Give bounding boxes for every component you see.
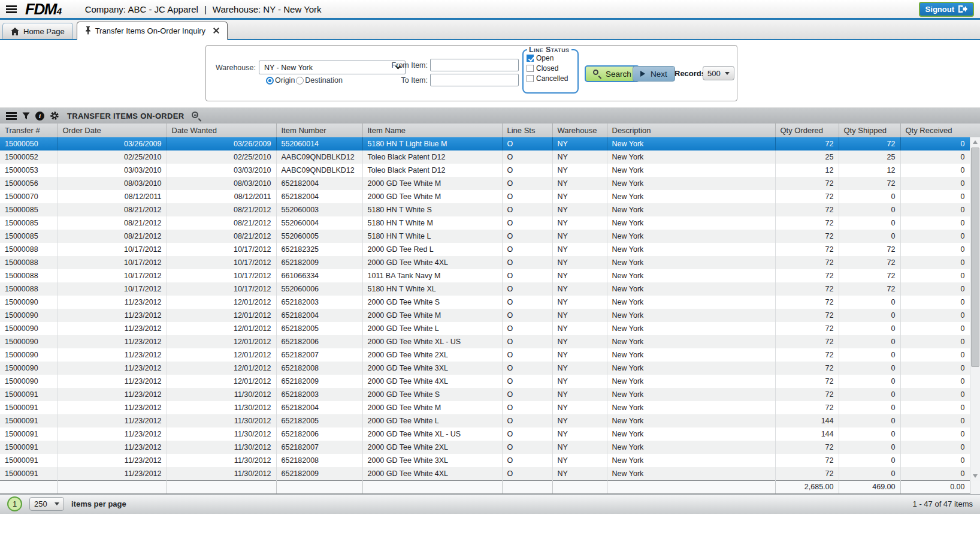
- col-header[interactable]: Description: [607, 124, 775, 137]
- table-row[interactable]: 1500009111/23/201211/30/2012652182009200…: [0, 467, 970, 480]
- close-tab-icon[interactable]: [213, 28, 219, 34]
- cell: New York: [607, 335, 775, 348]
- cell: 0: [900, 375, 970, 388]
- warehouse-select-value: NY - New York: [264, 64, 313, 72]
- col-header[interactable]: Date Wanted: [167, 124, 276, 137]
- table-row[interactable]: 1500005003/26/200903/26/2009552060014518…: [0, 137, 970, 150]
- total-empty-cell: [552, 480, 607, 493]
- table-row[interactable]: 1500008810/17/201210/17/2012552060006518…: [0, 282, 970, 296]
- cell: 2000 GD Tee White 3XL: [362, 454, 502, 467]
- records-select[interactable]: 500: [703, 66, 734, 80]
- destination-radio[interactable]: Destination: [296, 76, 343, 85]
- items-per-page-select[interactable]: 250: [29, 497, 64, 511]
- from-item-input[interactable]: [430, 59, 519, 71]
- col-header[interactable]: Qty Shipped: [839, 124, 900, 137]
- table-row[interactable]: 1500009011/23/201212/01/2012652182007200…: [0, 348, 970, 362]
- cell: 72: [775, 216, 839, 230]
- tab-home-page[interactable]: Home Page: [2, 23, 73, 39]
- cell: O: [502, 243, 552, 256]
- table-row[interactable]: 1500008508/21/201208/21/2012552060004518…: [0, 216, 970, 230]
- table-row[interactable]: 1500009011/23/201212/01/2012652182003200…: [0, 296, 970, 309]
- to-item-input[interactable]: [430, 74, 519, 86]
- table-row[interactable]: 1500009011/23/201212/01/2012652182005200…: [0, 322, 970, 335]
- checkbox-open[interactable]: Open: [527, 54, 577, 62]
- scrollbar-thumb[interactable]: [971, 147, 979, 367]
- col-header[interactable]: Line Sts: [502, 124, 552, 137]
- cell: Toleo Black Patent D12: [362, 150, 502, 164]
- vertical-scrollbar[interactable]: [970, 137, 980, 481]
- table-row[interactable]: 1500009011/23/201212/01/2012652182008200…: [0, 362, 970, 375]
- search-button[interactable]: Search: [585, 65, 640, 82]
- table-row[interactable]: 1500009111/23/201211/30/2012652182006200…: [0, 427, 970, 441]
- table-row[interactable]: 1500005608/03/201008/03/2010652182004200…: [0, 177, 970, 190]
- cell: 0: [839, 467, 900, 480]
- cell: 0: [839, 375, 900, 388]
- checkbox-cancelled[interactable]: Cancelled: [527, 74, 577, 83]
- grid-wrap: Transfer #Order DateDate WantedItem Numb…: [0, 124, 980, 494]
- cell: 5180 HN T White L: [362, 230, 502, 243]
- table-row[interactable]: 1500008810/17/201210/17/2012661066334101…: [0, 269, 970, 282]
- table-row[interactable]: 1500009011/23/201212/01/2012652182004200…: [0, 309, 970, 322]
- table-row[interactable]: 1500005202/25/201002/25/2010AABC09QNDBLK…: [0, 150, 970, 164]
- scroll-up-icon[interactable]: [973, 140, 978, 144]
- cell: O: [502, 441, 552, 454]
- table-row[interactable]: 1500009111/23/201211/30/2012652182003200…: [0, 388, 970, 401]
- cell: 72: [775, 256, 839, 269]
- cell: 10/17/2012: [167, 269, 276, 282]
- cell: O: [502, 309, 552, 322]
- table-row[interactable]: 1500008508/21/201208/21/2012552060005518…: [0, 230, 970, 243]
- table-row[interactable]: 1500008810/17/201210/17/2012652182009200…: [0, 256, 970, 269]
- table-row[interactable]: 1500009011/23/201212/01/2012652182009200…: [0, 375, 970, 388]
- table-row[interactable]: 1500009111/23/201211/30/2012652182007200…: [0, 441, 970, 454]
- col-header[interactable]: Qty Ordered: [775, 124, 839, 137]
- filter-icon[interactable]: [22, 112, 30, 120]
- cell: 72: [775, 335, 839, 348]
- table-row[interactable]: 1500005303/03/201003/03/2010AABC09QNDBLK…: [0, 164, 970, 177]
- signout-button[interactable]: Signout: [919, 2, 974, 17]
- cell: 11/23/2012: [58, 427, 167, 441]
- col-header[interactable]: Item Number: [276, 124, 362, 137]
- cell: 0: [839, 230, 900, 243]
- cell: 72: [775, 362, 839, 375]
- table-row[interactable]: 1500008508/21/201208/21/2012552060003518…: [0, 203, 970, 216]
- checkbox-closed[interactable]: Closed: [527, 64, 577, 73]
- table-row[interactable]: 1500009111/23/201211/30/2012652182008200…: [0, 454, 970, 467]
- table-row[interactable]: 1500009011/23/201212/01/2012652182006200…: [0, 335, 970, 348]
- table-row[interactable]: 1500009111/23/201211/30/2012652182005200…: [0, 414, 970, 427]
- zoom-out-icon[interactable]: [192, 111, 202, 121]
- items-per-page-label: items per page: [71, 499, 126, 508]
- origin-radio[interactable]: Origin: [266, 76, 295, 85]
- menu-icon[interactable]: [6, 5, 17, 13]
- tab-transfer-items-on-order-inquiry[interactable]: Transfer Items On-Order Inquiry: [77, 22, 228, 40]
- tab-label: Transfer Items On-Order Inquiry: [95, 26, 205, 35]
- cell: NY: [552, 335, 607, 348]
- warehouse-select[interactable]: NY - New York: [259, 61, 406, 74]
- cell: 25: [775, 150, 839, 164]
- cell: 652182004: [276, 309, 362, 322]
- cell: 552060005: [276, 230, 362, 243]
- cell: O: [502, 401, 552, 414]
- info-icon[interactable]: i: [35, 112, 44, 121]
- next-button[interactable]: Next: [633, 66, 675, 82]
- col-header[interactable]: Warehouse: [552, 124, 607, 137]
- gear-icon[interactable]: [50, 111, 59, 121]
- cell: 5180 HN T White XL: [362, 282, 502, 296]
- cell: 72: [839, 256, 900, 269]
- grid-menu-icon[interactable]: [6, 112, 17, 120]
- cell: 0: [900, 190, 970, 203]
- scroll-down-icon[interactable]: [973, 474, 978, 478]
- cell: 652182003: [276, 296, 362, 309]
- cell: NY: [552, 282, 607, 296]
- table-row[interactable]: 1500007008/12/201108/12/2011652182004200…: [0, 190, 970, 203]
- col-header[interactable]: Transfer #: [0, 124, 58, 137]
- table-row[interactable]: 1500008810/17/201210/17/2012652182325200…: [0, 243, 970, 256]
- col-header[interactable]: Order Date: [58, 124, 167, 137]
- col-header[interactable]: Qty Received: [900, 124, 970, 137]
- col-header[interactable]: Item Name: [362, 124, 502, 137]
- cell: 0: [900, 441, 970, 454]
- cell: 15000056: [0, 177, 58, 190]
- cell: New York: [607, 230, 775, 243]
- table-row[interactable]: 1500009111/23/201211/30/2012652182004200…: [0, 401, 970, 414]
- page-number-badge[interactable]: 1: [7, 496, 22, 511]
- cell: 5180 HN T White M: [362, 216, 502, 230]
